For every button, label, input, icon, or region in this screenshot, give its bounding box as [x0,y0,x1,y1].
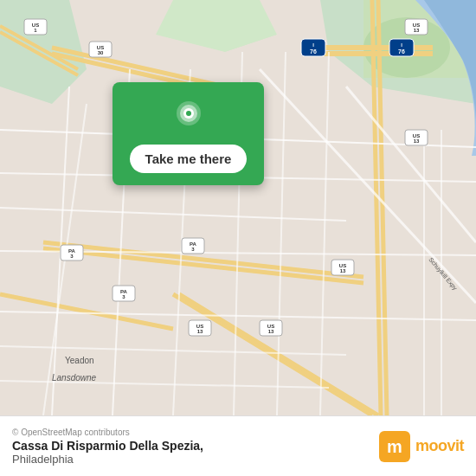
place-name: Cassa Di Risparmio Della Spezia, [12,439,203,453]
svg-text:Lansdowne: Lansdowne [52,373,97,383]
place-city: Philadelphia [12,453,203,466]
svg-text:13: 13 [414,28,420,33]
svg-text:13: 13 [197,329,203,334]
bottom-left: © OpenStreetMap contributors Cassa Di Ri… [12,428,203,466]
svg-text:30: 30 [98,50,104,55]
map-container: US 30 US 1 I 76 I 76 US 13 US 13 US 13 P… [0,0,476,415]
attribution: © OpenStreetMap contributors [12,428,203,437]
svg-point-79 [186,111,191,116]
moovit-icon-svg: m [379,431,410,462]
moovit-logo: m moovit [379,431,464,462]
svg-text:13: 13 [414,138,420,144]
take-me-there-button[interactable]: Take me there [130,145,248,173]
svg-text:m: m [387,437,402,456]
svg-text:13: 13 [268,329,274,334]
location-pin-icon [170,98,208,136]
svg-text:76: 76 [398,48,405,55]
moovit-text: moovit [415,437,464,455]
svg-text:13: 13 [340,268,346,273]
svg-text:76: 76 [310,48,317,55]
bottom-bar: © OpenStreetMap contributors Cassa Di Ri… [0,415,476,476]
take-me-there-card: Take me there [113,82,264,185]
svg-text:Yeadon: Yeadon [65,356,94,365]
